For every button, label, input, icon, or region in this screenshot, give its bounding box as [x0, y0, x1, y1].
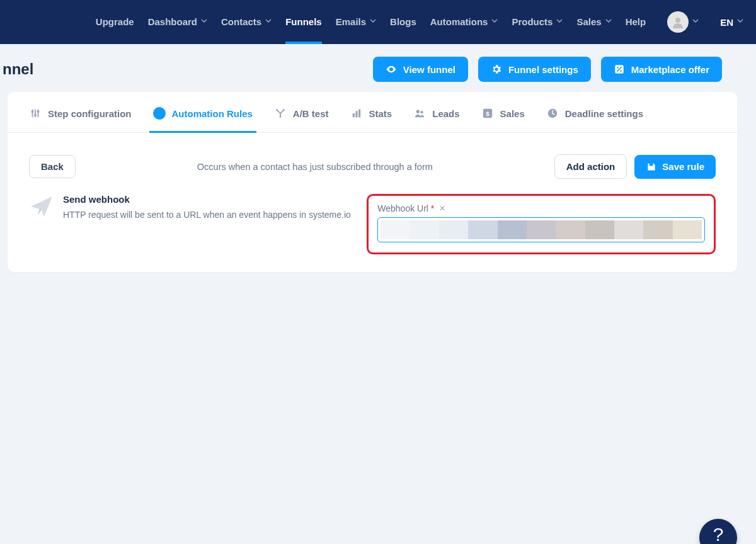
save-rule-button[interactable]: Save rule — [634, 155, 716, 179]
back-button[interactable]: Back — [29, 155, 76, 178]
nav-sales[interactable]: Sales — [576, 0, 611, 44]
action-row: Back Occurs when a contact has just subs… — [8, 133, 737, 188]
chevron-down-icon[interactable] — [692, 19, 699, 25]
tab-label: Leads — [432, 108, 459, 119]
tab-sales[interactable]: $ Sales — [481, 107, 525, 132]
chevron-down-icon — [605, 19, 612, 25]
tab-leads[interactable]: Leads — [413, 107, 459, 132]
redacted-segment — [381, 220, 410, 239]
lang-label: EN — [720, 17, 733, 28]
page-header: nnel View funnel Funnel settings Marketp… — [0, 44, 756, 92]
chevron-down-icon — [265, 19, 272, 25]
redacted-segment — [614, 220, 643, 239]
eye-icon — [386, 64, 397, 75]
svg-rect-17 — [358, 110, 360, 118]
svg-point-13 — [283, 109, 285, 111]
paper-plane-icon — [29, 194, 54, 254]
rule-description: HTTP request will be sent to a URL when … — [63, 208, 351, 222]
main-card: Step configuration Automation Rules A/B … — [8, 92, 737, 272]
tab-automation-rules[interactable]: Automation Rules — [153, 107, 253, 132]
sliders-icon — [29, 107, 42, 120]
tab-deadline-settings[interactable]: Deadline settings — [546, 107, 643, 132]
help-fab[interactable]: ? — [699, 519, 737, 544]
webhook-url-input[interactable] — [377, 217, 705, 242]
tab-label: Automation Rules — [172, 108, 253, 119]
nav-items: Upgrade Dashboard Contacts Funnels Email… — [96, 0, 743, 44]
nav-label: Sales — [576, 0, 601, 44]
rule-block: Send webhook HTTP request will be sent t… — [8, 188, 737, 254]
redacted-segment — [673, 220, 702, 239]
people-icon — [413, 107, 426, 120]
nav-label: Blogs — [390, 0, 416, 44]
tab-label: Sales — [500, 108, 525, 119]
nav-automations[interactable]: Automations — [430, 0, 498, 44]
tabs: Step configuration Automation Rules A/B … — [8, 92, 737, 133]
button-label: Save rule — [662, 161, 704, 172]
tab-stats[interactable]: Stats — [350, 107, 392, 132]
svg-point-10 — [37, 110, 40, 113]
bars-icon — [350, 107, 363, 120]
clock-icon — [546, 107, 559, 120]
svg-point-12 — [276, 109, 278, 111]
chevron-down-icon — [370, 19, 376, 25]
nav-emails[interactable]: Emails — [336, 0, 376, 44]
marketplace-offer-button[interactable]: Marketplace offer — [601, 57, 722, 82]
redacted-segment — [643, 220, 672, 239]
svg-rect-16 — [355, 111, 357, 117]
avatar[interactable] — [667, 11, 689, 33]
tab-label: Step configuration — [48, 108, 132, 119]
redacted-segment — [527, 220, 556, 239]
nav-label: Automations — [430, 0, 488, 44]
percent-icon — [614, 64, 625, 75]
tab-label: Stats — [369, 108, 392, 119]
button-label: Add action — [566, 161, 616, 172]
nav-help[interactable]: Help — [626, 0, 646, 44]
svg-point-3 — [617, 67, 618, 68]
tab-label: Deadline settings — [565, 108, 643, 119]
webhook-url-highlight: Webhook Url * ✕ — [367, 194, 716, 254]
svg-point-18 — [416, 110, 420, 113]
nav-funnels[interactable]: Funnels — [285, 0, 322, 44]
nav-label: Contacts — [221, 0, 261, 44]
page-title: nnel — [0, 60, 33, 78]
nav-label: Help — [626, 0, 646, 44]
save-icon — [646, 161, 657, 173]
add-action-button[interactable]: Add action — [554, 154, 627, 179]
button-label: Funnel settings — [508, 64, 578, 75]
chevron-down-icon — [737, 19, 743, 25]
nav-label: Funnels — [285, 0, 322, 44]
help-label: ? — [713, 524, 724, 544]
rule-title: Send webhook — [63, 194, 351, 205]
svg-point-9 — [34, 114, 37, 116]
tab-label: A/B test — [293, 108, 329, 119]
button-label: View funnel — [403, 64, 455, 75]
nav-dashboard[interactable]: Dashboard — [148, 0, 207, 44]
nav-contacts[interactable]: Contacts — [221, 0, 272, 44]
redacted-segment — [439, 220, 468, 239]
view-funnel-button[interactable]: View funnel — [373, 57, 468, 82]
nav-products[interactable]: Products — [512, 0, 563, 44]
language-switcher[interactable]: EN — [720, 17, 743, 28]
field-label: Webhook Url * — [377, 203, 434, 213]
tab-ab-test[interactable]: A/B test — [274, 107, 329, 132]
nav-upgrade[interactable]: Upgrade — [96, 0, 134, 44]
chevron-down-icon — [491, 19, 498, 25]
redacted-segment — [468, 220, 497, 239]
trigger-description: Occurs when a contact has just subscribe… — [83, 162, 547, 172]
nav-label: Emails — [336, 0, 366, 44]
tab-step-configuration[interactable]: Step configuration — [29, 107, 132, 132]
gear-icon — [491, 64, 502, 75]
header-buttons: View funnel Funnel settings Marketplace … — [373, 57, 741, 82]
bolt-icon — [153, 107, 166, 120]
svg-point-0 — [675, 18, 680, 23]
funnel-settings-button[interactable]: Funnel settings — [478, 57, 591, 82]
nav-blogs[interactable]: Blogs — [390, 0, 416, 44]
nav-label: Dashboard — [148, 0, 197, 44]
chevron-down-icon — [201, 19, 207, 25]
dollar-icon: $ — [481, 107, 494, 120]
svg-point-8 — [32, 110, 34, 113]
svg-point-4 — [620, 70, 621, 71]
top-nav: Upgrade Dashboard Contacts Funnels Email… — [0, 0, 756, 44]
redacted-segment — [498, 220, 527, 239]
close-icon[interactable]: ✕ — [439, 204, 445, 213]
